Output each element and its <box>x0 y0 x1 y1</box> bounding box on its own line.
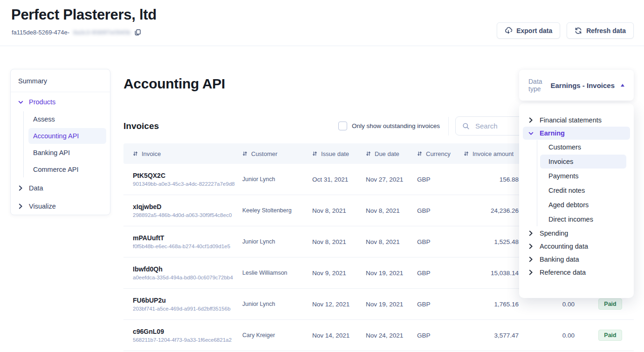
sidebar-item-commerce-api[interactable]: Commerce API <box>28 162 106 177</box>
company-id-redacted: 8a3c3-9089f7e0940b <box>73 29 130 36</box>
status-badge: Paid <box>598 330 622 341</box>
column-header-currency[interactable]: Currency <box>417 150 454 157</box>
menu-item-label: Accounting data <box>540 243 588 250</box>
outstanding-invoices-checkbox[interactable] <box>338 122 347 130</box>
status-cell: Paid <box>580 298 634 310</box>
table-row[interactable]: c96GnL09 568211b7-1204-4f73-9a33-1f6ece6… <box>123 320 634 351</box>
issue-date-cell: Oct 31, 2021 <box>312 176 366 183</box>
sidebar-item-label: Products <box>29 98 55 106</box>
sidebar-item-accounting-api[interactable]: Accounting API <box>28 128 106 144</box>
menu-item-payments[interactable]: Payments <box>540 169 626 183</box>
menu-item-label: Earning <box>540 129 565 137</box>
customer-cell: Cary Kreiger <box>242 332 312 338</box>
invoice-uuid: 901349bb-a0e3-45c3-a4dc-822227a7e9d8 <box>133 181 242 187</box>
sidebar-products-group: Assess Accounting API Banking API Commer… <box>23 111 106 177</box>
column-header-invoice-amount[interactable]: Invoice amount <box>454 150 524 157</box>
menu-item-invoices[interactable]: Invoices <box>540 155 626 169</box>
export-icon <box>505 27 512 34</box>
due-date-cell: Nov 8, 2021 <box>366 238 417 245</box>
sidebar-item-products[interactable]: Products <box>11 92 110 110</box>
sidebar-item-summary[interactable]: Summary <box>11 69 110 92</box>
issue-date-cell: Nov 12, 2021 <box>312 301 366 308</box>
invoice-ref: mPAUuftT <box>133 234 242 242</box>
sort-icon <box>242 151 247 156</box>
sidebar-item-banking-api[interactable]: Banking API <box>28 145 106 161</box>
column-header-customer[interactable]: Customer <box>242 150 312 157</box>
export-data-button[interactable]: Export data <box>497 22 560 39</box>
invoice-uuid: 568211b7-1204-4f73-9a33-1f6ece6821a2 <box>133 337 242 343</box>
menu-item-accounting-data[interactable]: Accounting data <box>523 240 630 253</box>
copy-icon[interactable] <box>134 29 141 36</box>
refresh-data-label: Refresh data <box>586 27 626 34</box>
sidebar-item-label: Visualize <box>29 203 56 210</box>
header-divider <box>0 46 644 46</box>
menu-item-aged-debtors[interactable]: Aged debtors <box>540 198 626 212</box>
sort-icon <box>417 151 422 156</box>
currency-cell: GBP <box>417 238 454 245</box>
chevron-right-icon <box>528 117 534 123</box>
chevron-right-icon <box>528 270 534 275</box>
column-label: Invoice <box>142 150 161 157</box>
toolbar-divider <box>448 117 449 135</box>
currency-cell: GBP <box>417 270 454 277</box>
invoice-cell: mPAUuftT f0f5b48b-e6ec-468a-b274-40cf1d0… <box>123 234 242 249</box>
issue-date-cell: Nov 9, 2021 <box>312 270 366 277</box>
sidebar-item-data[interactable]: Data <box>11 178 110 196</box>
sidebar-item-visualize[interactable]: Visualize <box>11 196 110 215</box>
invoice-amount-cell: 1,525.48 <box>454 238 524 245</box>
column-header-invoice[interactable]: Invoice <box>123 150 242 157</box>
search-icon <box>462 122 470 130</box>
refresh-icon <box>575 27 582 34</box>
column-label: Issue date <box>321 150 349 157</box>
column-header-issue-date[interactable]: Issue date <box>312 150 366 157</box>
section-title: Invoices <box>123 121 159 131</box>
app-page: Perfect Plasterers, ltd fa115de8-5269-47… <box>0 0 644 352</box>
invoice-uuid: 298892a5-486b-4d0d-a063-30f9f54c8ec0 <box>133 212 242 218</box>
menu-item-direct-incomes[interactable]: Direct incomes <box>540 212 626 226</box>
menu-item-earning[interactable]: Earning <box>523 127 630 140</box>
menu-item-spending[interactable]: Spending <box>523 227 630 240</box>
invoice-ref: xIqjwbeD <box>133 203 242 210</box>
column-label: Invoice amount <box>473 150 514 157</box>
menu-item-credit-notes[interactable]: Credit notes <box>540 183 626 197</box>
invoice-amount-cell: 24,236.26 <box>454 207 524 214</box>
data-type-dropdown-trigger[interactable]: Data type Earnings - Invoices <box>519 70 634 101</box>
issue-date-cell: Nov 8, 2021 <box>312 207 366 214</box>
menu-item-customers[interactable]: Customers <box>540 140 626 154</box>
column-header-due-date[interactable]: Due date <box>366 150 417 157</box>
menu-item-financial-statements[interactable]: Financial statements <box>523 114 630 127</box>
chevron-down-icon <box>528 131 534 136</box>
status-badge: Paid <box>598 298 622 310</box>
currency-cell: GBP <box>417 207 454 214</box>
column-label: Currency <box>426 150 451 157</box>
outstanding-invoices-label: Only show outstanding invoices <box>352 122 440 129</box>
sidebar-item-assess[interactable]: Assess <box>28 111 106 127</box>
sidebar: Summary Products Assess Accounting API B… <box>10 69 110 215</box>
chevron-right-icon <box>528 230 534 236</box>
invoice-cell: xIqjwbeD 298892a5-486b-4d0d-a063-30f9f54… <box>123 203 242 218</box>
currency-cell: GBP <box>417 301 454 308</box>
chevron-right-icon <box>18 203 23 209</box>
refresh-data-button[interactable]: Refresh data <box>567 22 634 39</box>
due-date-cell: Nov 19, 2021 <box>366 301 417 308</box>
invoice-cell: c96GnL09 568211b7-1204-4f73-9a33-1f6ece6… <box>123 328 242 343</box>
due-date-cell: Nov 27, 2021 <box>366 176 417 183</box>
due-date-cell: Nov 24, 2021 <box>366 332 417 339</box>
customer-cell: Junior Lynch <box>242 238 312 245</box>
sort-icon <box>464 151 469 156</box>
menu-item-reference-data[interactable]: Reference data <box>523 266 630 279</box>
invoice-amount-cell: 156.88 <box>454 176 524 183</box>
menu-item-label: Banking data <box>540 256 579 263</box>
company-id-visible: fa115de8-5269-474e- <box>12 29 69 36</box>
invoice-amount-cell: 1,765.16 <box>454 301 524 308</box>
invoice-uuid: a0eefdca-335d-494a-bd80-0c6079c72bb4 <box>133 275 242 280</box>
sidebar-item-label: Data <box>29 184 43 192</box>
invoice-amount-cell: 3,577.47 <box>454 332 524 339</box>
issue-date-cell: Nov 8, 2021 <box>312 238 366 245</box>
export-data-label: Export data <box>516 27 552 34</box>
menu-item-label: Reference data <box>540 269 586 276</box>
invoice-ref: FU6bUP2u <box>133 297 242 304</box>
customer-cell: Junior Lynch <box>242 301 312 307</box>
customer-cell: Leslie Williamson <box>242 270 312 276</box>
menu-item-banking-data[interactable]: Banking data <box>523 253 630 266</box>
